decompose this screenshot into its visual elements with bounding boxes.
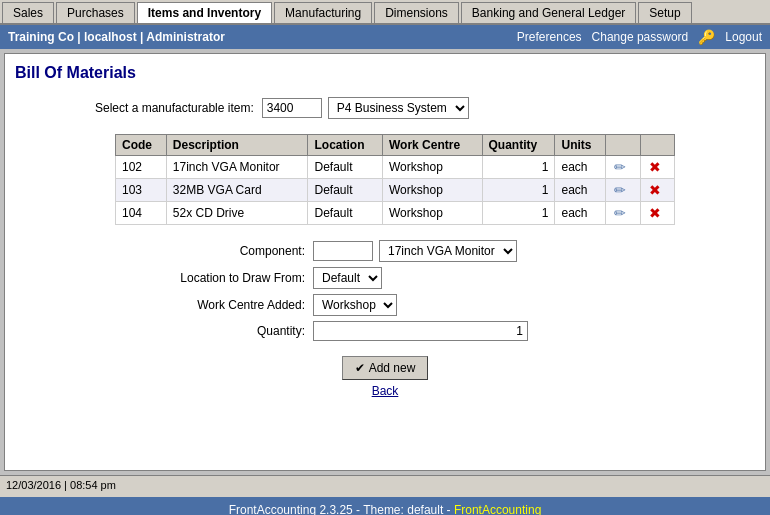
cell-quantity: 1 xyxy=(482,156,555,179)
col-units: Units xyxy=(555,135,606,156)
nav-tab-banking[interactable]: Banking and General Ledger xyxy=(461,2,636,23)
quantity-label: Quantity: xyxy=(155,324,305,338)
quantity-row: Quantity: xyxy=(155,321,755,341)
change-password-link[interactable]: Change password xyxy=(592,30,689,44)
footer-text: FrontAccounting 2.3.25 - Theme: default … xyxy=(229,503,451,515)
cell-description: 17inch VGA Monitor xyxy=(166,156,308,179)
frontaccounting-link[interactable]: FrontAccounting xyxy=(454,503,541,515)
col-edit xyxy=(606,135,640,156)
cell-work-centre: Workshop xyxy=(383,202,483,225)
item-code-input[interactable] xyxy=(262,98,322,118)
select-item-label: Select a manufacturable item: xyxy=(95,101,254,115)
cell-code: 104 xyxy=(116,202,167,225)
company-info: Training Co | localhost | Administrator xyxy=(8,30,225,44)
delete-button[interactable]: ✖ xyxy=(647,159,663,175)
nav-tab-setup[interactable]: Setup xyxy=(638,2,691,23)
cell-delete[interactable]: ✖ xyxy=(640,179,674,202)
cell-description: 32MB VGA Card xyxy=(166,179,308,202)
cell-location: Default xyxy=(308,156,383,179)
cell-units: each xyxy=(555,179,606,202)
bom-table: Code Description Location Work Centre Qu… xyxy=(115,134,675,225)
status-bar: 12/03/2016 | 08:54 pm xyxy=(0,475,770,497)
back-link[interactable]: Back xyxy=(372,384,399,398)
location-row: Location to Draw From: Default xyxy=(155,267,755,289)
col-delete xyxy=(640,135,674,156)
cell-code: 102 xyxy=(116,156,167,179)
quantity-input[interactable] xyxy=(313,321,528,341)
cell-edit[interactable]: ✏ xyxy=(606,202,640,225)
nav-tab-manufacturing[interactable]: Manufacturing xyxy=(274,2,372,23)
header-actions: Preferences Change password 🔑 Logout xyxy=(517,29,762,45)
preferences-link[interactable]: Preferences xyxy=(517,30,582,44)
location-label: Location to Draw From: xyxy=(155,271,305,285)
logout-link[interactable]: Logout xyxy=(725,30,762,44)
cell-edit[interactable]: ✏ xyxy=(606,156,640,179)
component-row: Component: 17inch VGA Monitor xyxy=(155,240,755,262)
cell-quantity: 1 xyxy=(482,202,555,225)
col-code: Code xyxy=(116,135,167,156)
cell-edit[interactable]: ✏ xyxy=(606,179,640,202)
cell-work-centre: Workshop xyxy=(383,156,483,179)
top-navigation: Sales Purchases Items and Inventory Manu… xyxy=(0,0,770,25)
add-new-label: Add new xyxy=(369,361,416,375)
table-row: 104 52x CD Drive Default Workshop 1 each… xyxy=(116,202,675,225)
delete-button[interactable]: ✖ xyxy=(647,182,663,198)
header-bar: Training Co | localhost | Administrator … xyxy=(0,25,770,49)
table-row: 103 32MB VGA Card Default Workshop 1 eac… xyxy=(116,179,675,202)
cell-units: each xyxy=(555,202,606,225)
cell-description: 52x CD Drive xyxy=(166,202,308,225)
delete-button[interactable]: ✖ xyxy=(647,205,663,221)
main-content: Bill Of Materials Select a manufacturabl… xyxy=(4,53,766,471)
cell-location: Default xyxy=(308,179,383,202)
cell-code: 103 xyxy=(116,179,167,202)
page-title: Bill Of Materials xyxy=(15,64,755,82)
edit-button[interactable]: ✏ xyxy=(612,159,628,175)
work-centre-dropdown[interactable]: Workshop xyxy=(313,294,397,316)
component-label: Component: xyxy=(155,244,305,258)
cell-location: Default xyxy=(308,202,383,225)
work-centre-label: Work Centre Added: xyxy=(155,298,305,312)
nav-tab-sales[interactable]: Sales xyxy=(2,2,54,23)
select-item-row: Select a manufacturable item: P4 Busines… xyxy=(95,97,755,119)
nav-tab-purchases[interactable]: Purchases xyxy=(56,2,135,23)
col-description: Description xyxy=(166,135,308,156)
cell-delete[interactable]: ✖ xyxy=(640,202,674,225)
component-input[interactable] xyxy=(313,241,373,261)
cell-units: each xyxy=(555,156,606,179)
nav-tab-items-inventory[interactable]: Items and Inventory xyxy=(137,2,272,23)
col-quantity: Quantity xyxy=(482,135,555,156)
item-dropdown[interactable]: P4 Business System xyxy=(328,97,469,119)
cell-work-centre: Workshop xyxy=(383,179,483,202)
add-new-button[interactable]: ✔ Add new xyxy=(342,356,429,380)
edit-button[interactable]: ✏ xyxy=(612,205,628,221)
key-icon: 🔑 xyxy=(698,29,715,45)
footer: FrontAccounting 2.3.25 - Theme: default … xyxy=(0,497,770,515)
table-row: 102 17inch VGA Monitor Default Workshop … xyxy=(116,156,675,179)
button-row: ✔ Add new Back xyxy=(15,356,755,398)
work-centre-row: Work Centre Added: Workshop xyxy=(155,294,755,316)
location-dropdown[interactable]: Default xyxy=(313,267,382,289)
nav-tab-dimensions[interactable]: Dimensions xyxy=(374,2,459,23)
edit-button[interactable]: ✏ xyxy=(612,182,628,198)
cell-quantity: 1 xyxy=(482,179,555,202)
component-dropdown[interactable]: 17inch VGA Monitor xyxy=(379,240,517,262)
col-location: Location xyxy=(308,135,383,156)
col-work-centre: Work Centre xyxy=(383,135,483,156)
cell-delete[interactable]: ✖ xyxy=(640,156,674,179)
form-section: Component: 17inch VGA Monitor Location t… xyxy=(155,240,755,341)
checkmark-icon: ✔ xyxy=(355,361,365,375)
